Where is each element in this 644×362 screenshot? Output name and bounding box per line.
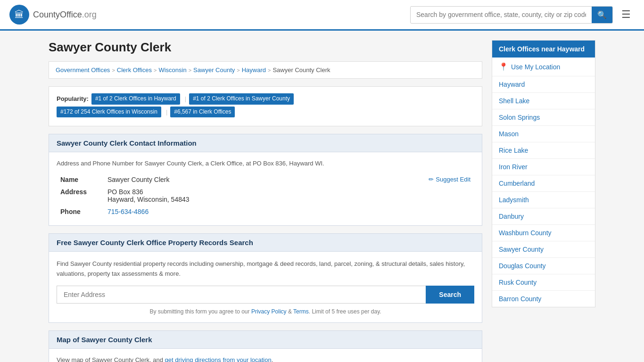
page-container: Sawyer County Clerk Government Offices >… <box>39 31 605 362</box>
contact-address-row: Address PO Box 836 Hayward, Wisconsin, 5… <box>57 186 474 206</box>
map-section-body: View map of Sawyer County Clerk, and get… <box>49 348 482 362</box>
contact-section-body: Address and Phone Number for Sawyer Coun… <box>49 152 482 226</box>
popularity-badge-4: #6,567 in Clerk Offices <box>170 107 235 118</box>
suggest-edit-link[interactable]: ✏ Suggest Edit <box>429 176 471 183</box>
sidebar-item-rice-lake: Rice Lake <box>492 142 595 159</box>
contact-name-row: Name Sawyer County Clerk ✏ Suggest Edit <box>57 173 474 186</box>
breadcrumb-gov-offices[interactable]: Government Offices <box>56 66 110 74</box>
contact-description: Address and Phone Number for Sawyer Coun… <box>57 160 474 167</box>
property-section-body: Find Sawyer County residential property … <box>49 251 482 323</box>
phone-value: 715-634-4866 <box>104 206 474 218</box>
property-search-form: Search <box>57 286 474 304</box>
directions-link[interactable]: get driving directions from your locatio… <box>165 356 272 362</box>
hamburger-menu-icon[interactable]: ☰ <box>618 7 635 23</box>
sidebar-item-ladysmith: Ladysmith <box>492 192 595 208</box>
phone-link[interactable]: 715-634-4866 <box>107 208 149 215</box>
breadcrumb: Government Offices > Clerk Offices > Wis… <box>49 61 482 79</box>
map-section-header: Map of Sawyer County Clerk <box>49 330 482 348</box>
sidebar-item-cumberland: Cumberland <box>492 175 595 192</box>
sidebar-box: Clerk Offices near Hayward 📍 Use My Loca… <box>492 40 595 307</box>
name-label: Name <box>57 173 104 186</box>
popularity-label: Popularity: <box>57 93 89 104</box>
header-search-button[interactable]: 🔍 <box>592 7 612 23</box>
sidebar-item-barron-county: Barron County <box>492 291 595 307</box>
terms-link[interactable]: Terms <box>293 308 309 315</box>
pin-icon: 📍 <box>499 62 508 71</box>
sidebar-item-washburn-county: Washburn County <box>492 225 595 241</box>
form-disclaimer: By submitting this form you agree to our… <box>57 308 474 315</box>
breadcrumb-clerk-offices[interactable]: Clerk Offices <box>117 66 152 74</box>
sidebar-item-hayward: Hayward <box>492 76 595 93</box>
sidebar-item-solon-springs: Solon Springs <box>492 109 595 126</box>
contact-section-header: Sawyer County Clerk Contact Information <box>49 134 482 152</box>
sidebar: Clerk Offices near Hayward 📍 Use My Loca… <box>492 40 595 362</box>
popularity-badge-2: #1 of 2 Clerk Offices in Sawyer County <box>189 93 294 105</box>
logo-text: CountyOffice.org <box>33 10 97 20</box>
sidebar-item-iron-river: Iron River <box>492 159 595 175</box>
name-value: Sawyer County Clerk ✏ Suggest Edit <box>104 173 474 186</box>
sidebar-item-douglas-county: Douglas County <box>492 258 595 274</box>
address-search-button[interactable]: Search <box>426 286 474 304</box>
popularity-badge-1: #1 of 2 Clerk Offices in Hayward <box>91 93 180 105</box>
map-description: View map of Sawyer County Clerk, and get… <box>57 356 474 362</box>
page-title: Sawyer County Clerk <box>49 40 482 55</box>
logo-icon: 🏛 <box>9 5 29 25</box>
sidebar-list: Hayward Shell Lake Solon Springs Mason R… <box>492 76 595 307</box>
contact-phone-row: Phone 715-634-4866 <box>57 206 474 218</box>
breadcrumb-wisconsin[interactable]: Wisconsin <box>158 66 186 74</box>
sidebar-title: Clerk Offices near Hayward <box>492 41 595 58</box>
use-location-row: 📍 Use My Location <box>492 58 595 76</box>
breadcrumb-hayward[interactable]: Hayward <box>242 66 266 74</box>
property-description: Find Sawyer County residential property … <box>57 259 474 279</box>
use-my-location-link[interactable]: Use My Location <box>511 63 560 71</box>
sidebar-item-mason: Mason <box>492 126 595 142</box>
breadcrumb-current: Sawyer County Clerk <box>272 66 330 74</box>
address-value: PO Box 836 Hayward, Wisconsin, 54843 <box>104 186 474 206</box>
popularity-section: Popularity: #1 of 2 Clerk Offices in Hay… <box>49 86 482 126</box>
sidebar-item-danbury: Danbury <box>492 208 595 225</box>
contact-table: Name Sawyer County Clerk ✏ Suggest Edit … <box>57 173 474 218</box>
property-section-header: Free Sawyer County Clerk Office Property… <box>49 233 482 251</box>
privacy-policy-link[interactable]: Privacy Policy <box>251 308 287 315</box>
phone-label: Phone <box>57 206 104 218</box>
sidebar-item-shell-lake: Shell Lake <box>492 93 595 109</box>
header-search-input[interactable] <box>411 7 592 22</box>
address-search-input[interactable] <box>57 286 426 304</box>
suggest-edit-icon: ✏ <box>429 176 434 183</box>
sidebar-item-sawyer-county: Sawyer County <box>492 241 595 258</box>
site-header: 🏛 CountyOffice.org 🔍 ☰ <box>0 0 644 31</box>
header-right: 🔍 ☰ <box>410 6 635 24</box>
popularity-badge-3: #172 of 254 Clerk Offices in Wisconsin <box>57 107 161 118</box>
header-search-bar: 🔍 <box>410 6 613 24</box>
address-label: Address <box>57 186 104 206</box>
sidebar-item-rusk-county: Rusk County <box>492 274 595 291</box>
breadcrumb-sawyer-county[interactable]: Sawyer County <box>193 66 235 74</box>
logo-area: 🏛 CountyOffice.org <box>9 5 97 25</box>
main-content: Sawyer County Clerk Government Offices >… <box>49 40 482 362</box>
